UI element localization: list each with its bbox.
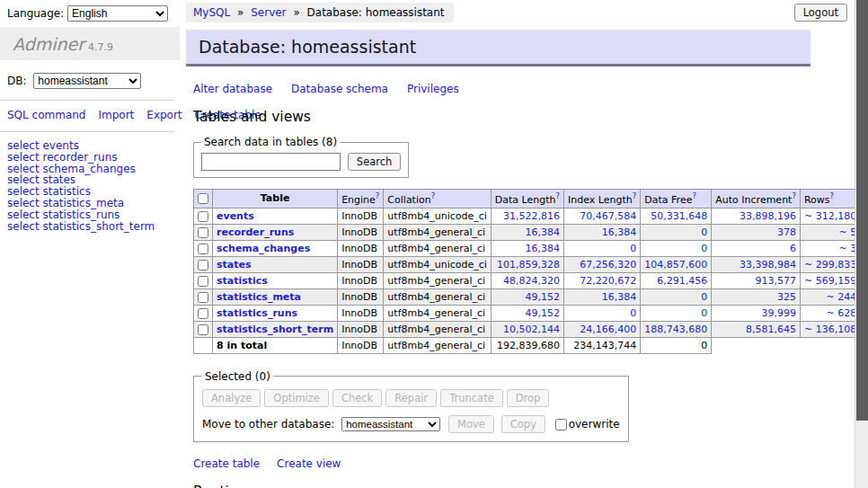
language-select[interactable]: English xyxy=(67,5,168,22)
collation-cell: utf8mb4_unicode_ci xyxy=(384,256,491,272)
data-length-link[interactable]: 31,522,816 xyxy=(503,210,560,222)
index-length-link[interactable]: 70,467,584 xyxy=(580,210,636,222)
index-length-link[interactable]: 72,220,672 xyxy=(580,275,636,287)
select-all-checkbox[interactable] xyxy=(198,193,208,204)
selected-action-button[interactable]: Repair xyxy=(385,389,437,407)
sidebar-select-table-link[interactable]: select statistics_runs xyxy=(7,209,173,221)
sidebar-action-link[interactable]: Import xyxy=(98,109,134,121)
auto-increment-link[interactable]: 8,581,645 xyxy=(746,324,796,335)
data-length-link[interactable]: 49,152 xyxy=(526,291,561,303)
row-checkbox[interactable] xyxy=(198,308,208,319)
index-length-link[interactable]: 16,384 xyxy=(602,291,637,303)
data-free-link[interactable]: 50,331,648 xyxy=(651,210,707,222)
column-help-link[interactable]: ? xyxy=(633,191,637,200)
logout-button[interactable]: Logout xyxy=(794,4,847,22)
move-button[interactable]: Move xyxy=(448,415,494,433)
index-length-link[interactable]: 24,166,400 xyxy=(580,324,636,335)
table-name-link[interactable]: statistics xyxy=(217,275,268,287)
create-link[interactable]: Create table xyxy=(193,457,260,470)
auto-increment-link[interactable]: 33,398,984 xyxy=(740,259,796,271)
data-free-link[interactable]: 6,291,456 xyxy=(657,275,707,287)
sidebar-select-table-link[interactable]: select statistics_short_term xyxy=(7,221,173,233)
data-length-link[interactable]: 10,502,144 xyxy=(503,324,560,335)
table-name-link[interactable]: statistics_meta xyxy=(217,291,301,303)
db-select[interactable]: homeassistant xyxy=(33,73,141,89)
index-length-link[interactable]: 67,256,320 xyxy=(580,259,636,271)
row-checkbox[interactable] xyxy=(198,292,208,303)
rows-link[interactable]: ~ 244 xyxy=(826,291,856,303)
sidebar-select-table-link[interactable]: select events xyxy=(7,140,173,152)
collation-cell: utf8mb4_general_ci xyxy=(384,321,491,337)
index-length-link[interactable]: 16,384 xyxy=(602,226,637,238)
search-button[interactable]: Search xyxy=(348,153,402,171)
table-name-link[interactable]: events xyxy=(217,210,254,222)
sidebar-action-link[interactable]: Export xyxy=(146,109,182,121)
rows-link[interactable]: ~ 299,833 xyxy=(804,259,856,271)
sidebar-action-link[interactable]: SQL command xyxy=(7,109,85,121)
row-checkbox[interactable] xyxy=(198,227,208,238)
data-length-link[interactable]: 16,384 xyxy=(526,243,561,254)
row-checkbox[interactable] xyxy=(198,211,208,222)
data-free-link[interactable]: 0 xyxy=(701,243,707,254)
data-free-link[interactable]: 104,857,600 xyxy=(644,259,707,271)
auto-increment-link[interactable]: 378 xyxy=(777,226,796,238)
sidebar-select-table-link[interactable]: select recorder_runs xyxy=(7,152,173,164)
sidebar-select-table-link[interactable]: select statistics_meta xyxy=(7,198,173,209)
index-length-link[interactable]: 0 xyxy=(630,307,636,319)
column-help-link[interactable]: ? xyxy=(830,191,835,200)
database-action-link[interactable]: Privileges xyxy=(407,83,459,95)
table-name-link[interactable]: recorder_runs xyxy=(217,226,294,238)
selected-action-button[interactable]: Optimize xyxy=(264,389,329,407)
table-row: statistics_runs InnoDB utf8mb4_general_c… xyxy=(194,305,868,321)
create-link[interactable]: Create view xyxy=(277,457,341,470)
data-length-link[interactable]: 48,824,320 xyxy=(503,275,560,287)
rows-link[interactable]: ~ 136,108 xyxy=(804,324,856,335)
database-action-link[interactable]: Database schema xyxy=(291,83,388,95)
auto-increment-link[interactable]: 913,577 xyxy=(755,275,796,287)
total-data-free-cell: 0 xyxy=(641,337,712,353)
table-name-link[interactable]: states xyxy=(217,259,252,271)
scrollbar-thumb[interactable] xyxy=(856,0,868,421)
data-free-link[interactable]: 0 xyxy=(701,307,707,319)
breadcrumb-link-server[interactable]: Server xyxy=(251,6,286,19)
data-length-link[interactable]: 101,859,328 xyxy=(497,259,560,271)
data-length-link[interactable]: 49,152 xyxy=(526,307,561,319)
row-checkbox[interactable] xyxy=(198,324,208,335)
auto-increment-link[interactable]: 33,898,196 xyxy=(740,210,796,222)
selected-action-button[interactable]: Analyze xyxy=(202,389,261,407)
copy-button[interactable]: Copy xyxy=(501,415,545,433)
data-free-link[interactable]: 0 xyxy=(701,291,707,303)
auto-increment-link[interactable]: 325 xyxy=(777,291,796,303)
auto-increment-link[interactable]: 6 xyxy=(790,243,796,254)
column-help-link[interactable]: ? xyxy=(556,191,561,200)
database-action-link[interactable]: Alter database xyxy=(193,83,272,95)
overwrite-checkbox[interactable] xyxy=(555,419,567,430)
table-name-link[interactable]: schema_changes xyxy=(217,243,310,254)
row-checkbox[interactable] xyxy=(198,260,208,271)
index-length-link[interactable]: 0 xyxy=(630,243,636,254)
selected-action-button[interactable]: Truncate xyxy=(440,389,503,407)
move-database-select[interactable]: homeassistant xyxy=(341,417,440,431)
table-name-link[interactable]: statistics_short_term xyxy=(217,324,333,335)
rows-link[interactable]: ~ 628 xyxy=(826,307,856,319)
row-checkbox[interactable] xyxy=(198,276,208,287)
total-label-cell: 8 in total xyxy=(213,337,338,353)
table-name-link[interactable]: statistics_runs xyxy=(217,307,297,319)
data-free-link[interactable]: 0 xyxy=(701,226,707,238)
selected-action-button[interactable]: Drop xyxy=(507,389,550,407)
column-help-link[interactable]: ? xyxy=(431,191,436,200)
search-input[interactable] xyxy=(201,153,341,171)
column-help-link[interactable]: ? xyxy=(376,191,380,200)
breadcrumb-link-mysql[interactable]: MySQL xyxy=(193,6,230,19)
vertical-scrollbar[interactable] xyxy=(855,0,868,488)
rows-link[interactable]: ~ 312,180 xyxy=(804,210,856,222)
column-help-link[interactable]: ? xyxy=(792,191,796,200)
collation-cell: utf8mb4_general_ci xyxy=(384,288,491,305)
data-length-link[interactable]: 16,384 xyxy=(526,226,561,238)
row-checkbox[interactable] xyxy=(198,244,208,254)
selected-action-button[interactable]: Check xyxy=(332,389,382,407)
auto-increment-link[interactable]: 39,999 xyxy=(761,307,796,319)
data-free-link[interactable]: 188,743,680 xyxy=(644,324,707,335)
column-help-link[interactable]: ? xyxy=(692,191,696,200)
rows-link[interactable]: ~ 569,159 xyxy=(804,275,856,287)
